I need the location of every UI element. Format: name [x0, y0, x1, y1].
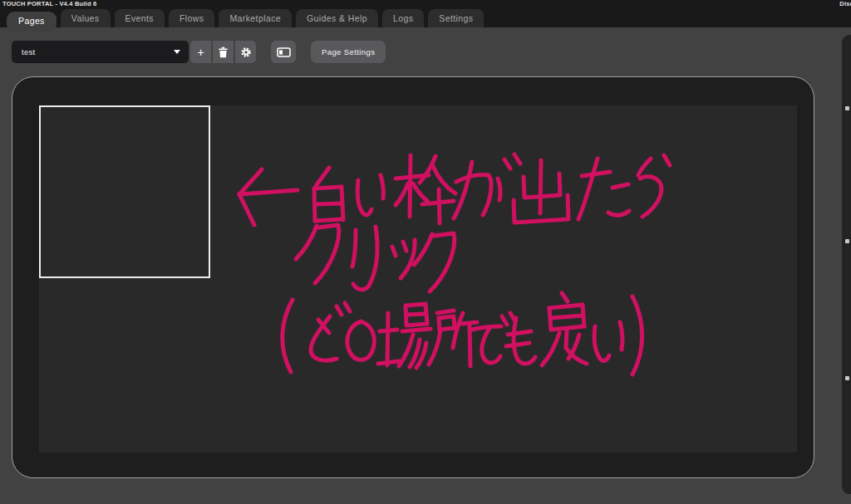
strip-handle-icon: [845, 239, 849, 243]
screen-icon: [277, 47, 291, 57]
chevron-down-icon: [174, 50, 180, 54]
page-settings-button[interactable]: Page Settings: [311, 41, 386, 63]
tab-flows[interactable]: Flows: [169, 9, 214, 27]
tab-pages[interactable]: Pages: [7, 12, 57, 32]
strip-handle-icon: [845, 376, 849, 380]
page-action-buttons: +: [190, 41, 256, 63]
display-preview-button[interactable]: [271, 41, 296, 63]
empty-page-cell[interactable]: [39, 105, 210, 278]
tab-values[interactable]: Values: [61, 9, 111, 27]
add-page-button[interactable]: +: [190, 41, 211, 63]
delete-page-button[interactable]: [213, 41, 234, 63]
tab-bar: Pages Values Events Flows Marketplace Gu…: [0, 9, 851, 27]
titlebar-right-text[interactable]: Disc: [839, 0, 851, 7]
plus-icon: +: [197, 46, 204, 58]
gear-icon: [240, 46, 252, 58]
window-title: TOUCH PORTAL - V4.4 Build 6: [2, 0, 96, 7]
right-side-strip[interactable]: [842, 35, 851, 494]
tab-guides-help[interactable]: Guides & Help: [296, 9, 378, 27]
page-gear-button[interactable]: [235, 41, 256, 63]
page-selector-value: test: [22, 47, 36, 56]
tab-marketplace[interactable]: Marketplace: [219, 9, 292, 27]
tab-logs[interactable]: Logs: [382, 9, 424, 27]
page-toolbar: test + Page Settings: [0, 27, 851, 76]
trash-icon: [218, 46, 229, 58]
strip-handle-icon: [845, 106, 849, 110]
tab-settings[interactable]: Settings: [428, 9, 484, 27]
tab-events[interactable]: Events: [115, 9, 165, 27]
page-selector-dropdown[interactable]: test: [12, 41, 189, 63]
titlebar: TOUCH PORTAL - V4.4 Build 6 Disc: [0, 0, 851, 9]
